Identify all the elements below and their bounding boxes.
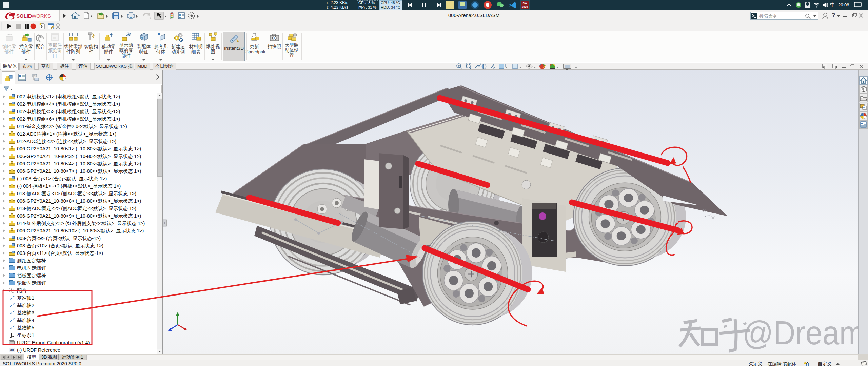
svg-text:WORKS: WORKS: [32, 13, 51, 19]
svg-text:@Dream: @Dream: [743, 314, 865, 351]
svg-text:SOLID: SOLID: [16, 13, 32, 19]
